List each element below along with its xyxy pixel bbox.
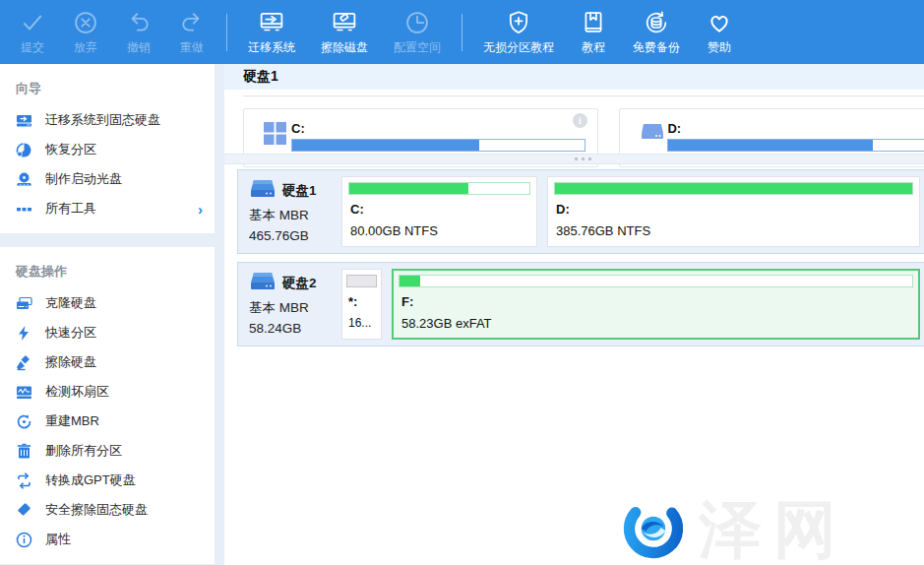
usage-fill bbox=[668, 140, 873, 151]
migrate-os-icon bbox=[257, 9, 286, 36]
cancel-circle-icon bbox=[72, 9, 99, 36]
partition-detail: 385.76GB NTFS bbox=[556, 223, 919, 238]
check-icon bbox=[19, 9, 46, 36]
sidebar-item-make-bootable-media[interactable]: 制作启动光盘 bbox=[0, 164, 215, 194]
pie-recover-icon bbox=[16, 142, 32, 158]
partition-detail: 58.23GB exFAT bbox=[401, 316, 918, 331]
sidebar-item-migrate-os-to-ssd[interactable]: 迁移系统到固态硬盘 bbox=[0, 105, 215, 135]
partition-assistant-window: 提交 放弃 撤销 重做 迁移系统 bbox=[0, 0, 924, 565]
eraser-icon bbox=[16, 502, 32, 519]
broom-icon bbox=[16, 354, 32, 371]
migrate-os-button[interactable]: 迁移系统 bbox=[235, 0, 308, 64]
sidebar-item-label: 擦除硬盘 bbox=[45, 353, 96, 371]
drive-arrow-icon bbox=[16, 112, 32, 129]
undo-button[interactable]: 撤销 bbox=[112, 0, 165, 64]
partition-strip: *: 16... F: 58.23GB exFAT bbox=[341, 269, 920, 340]
sidebar-item-label: 制作启动光盘 bbox=[45, 170, 122, 188]
usage-fill bbox=[400, 276, 420, 286]
disk-info[interactable]: 硬盘1 基本 MBR 465.76GB bbox=[249, 179, 341, 243]
disk-name: 硬盘2 bbox=[282, 275, 317, 292]
lossless-tutorial-button[interactable]: 无损分区教程 bbox=[470, 0, 567, 64]
toolbar-separator bbox=[226, 14, 227, 51]
sidebar-item-label: 快速分区 bbox=[45, 324, 96, 342]
sidebar-item-quick-partition[interactable]: 快速分区 bbox=[0, 318, 215, 347]
sidebar-item-properties[interactable]: 属性 bbox=[0, 525, 215, 554]
sidebar-item-delete-all-partitions[interactable]: 删除所有分区 bbox=[0, 436, 215, 466]
info-icon[interactable]: i bbox=[573, 113, 587, 128]
volume-overview: C: i D: i bbox=[243, 108, 924, 154]
partition-unallocated[interactable]: *: 16... bbox=[341, 269, 382, 340]
usage-fill bbox=[349, 183, 468, 194]
partition-letter: D: bbox=[556, 202, 919, 217]
splitter-dots-icon bbox=[575, 157, 591, 160]
disk-style: 基本 MBR bbox=[249, 299, 341, 317]
sidebar-item-label: 重建MBR bbox=[45, 412, 99, 430]
sidebar-section-disk-operations: 硬盘操作 克隆硬盘 快速分区 擦除硬盘 bbox=[0, 247, 215, 564]
windows-logo-icon bbox=[264, 122, 286, 149]
rebuild-refresh-icon bbox=[16, 413, 32, 430]
chevron-right-icon: › bbox=[198, 201, 203, 218]
sidebar-item-convert-to-gpt[interactable]: 转换成GPT硬盘 bbox=[0, 466, 215, 495]
usage-bar bbox=[399, 275, 913, 287]
wipe-disk-button[interactable]: 擦除磁盘 bbox=[308, 0, 381, 64]
disk-row-1: 硬盘1 基本 MBR 465.76GB C: 80.00GB NTFS bbox=[237, 169, 924, 254]
volume-letter: D: bbox=[667, 121, 681, 136]
sidebar-section-wizards: 向导 迁移系统到固态硬盘 恢复分区 制作启动光盘 bbox=[0, 64, 215, 233]
wipe-disk-icon bbox=[330, 9, 359, 36]
partition-f[interactable]: F: 58.23GB exFAT bbox=[392, 269, 920, 340]
hard-drive-icon bbox=[249, 272, 277, 295]
donate-button[interactable]: 赞助 bbox=[693, 0, 746, 64]
watermark: 泽网 bbox=[616, 487, 848, 565]
sidebar-item-label: 删除所有分区 bbox=[45, 442, 122, 460]
partition-letter: *: bbox=[348, 294, 381, 309]
book-icon bbox=[580, 9, 607, 36]
disk-style: 基本 MBR bbox=[249, 207, 341, 224]
partition-detail: 80.00GB NTFS bbox=[350, 223, 536, 238]
splitter-handle[interactable] bbox=[224, 154, 924, 164]
usage-bar bbox=[667, 139, 924, 152]
disk-name: 硬盘1 bbox=[282, 182, 317, 200]
sidebar-item-wipe-hard-drive[interactable]: 擦除硬盘 bbox=[0, 347, 215, 377]
partition-c[interactable]: C: 80.00GB NTFS bbox=[341, 176, 537, 247]
tutorial-button[interactable]: 教程 bbox=[567, 0, 620, 64]
watermark-logo-icon bbox=[616, 496, 691, 565]
sidebar-item-all-tools[interactable]: 所有工具 › bbox=[0, 194, 215, 223]
sidebar-item-rebuild-mbr[interactable]: 重建MBR bbox=[0, 407, 215, 436]
volume-letter: C: bbox=[291, 121, 305, 136]
sidebar-item-secure-erase-ssd[interactable]: 安全擦除固态硬盘 bbox=[0, 495, 215, 525]
free-backup-button[interactable]: 免费备份 bbox=[620, 0, 693, 64]
sidebar: 向导 迁移系统到固态硬盘 恢复分区 制作启动光盘 bbox=[0, 64, 224, 565]
redo-icon bbox=[178, 9, 206, 36]
lightning-icon bbox=[16, 325, 32, 342]
tab-disk1[interactable]: 硬盘1 bbox=[243, 68, 278, 86]
allocate-space-button[interactable]: 配置空间 bbox=[381, 0, 454, 64]
partition-letter: F: bbox=[401, 294, 918, 309]
toolbar-separator bbox=[462, 14, 462, 51]
discard-button[interactable]: 放弃 bbox=[59, 0, 112, 64]
disk-size: 58.24GB bbox=[249, 321, 341, 336]
ellipsis-icon bbox=[16, 201, 32, 218]
sidebar-item-disk-surface-test[interactable]: 检测坏扇区 bbox=[0, 377, 215, 407]
partition-strip: C: 80.00GB NTFS D: 385.76GB NTFS bbox=[341, 176, 920, 247]
backup-refresh-icon bbox=[643, 9, 670, 36]
usage-bar bbox=[346, 275, 377, 287]
undo-icon bbox=[125, 9, 153, 36]
sidebar-item-label: 检测坏扇区 bbox=[45, 383, 109, 401]
divider bbox=[243, 95, 924, 96]
usage-bar bbox=[554, 182, 913, 195]
clock-pie-icon bbox=[403, 9, 431, 36]
disk-size: 465.76GB bbox=[249, 228, 341, 243]
sidebar-item-recover-partition[interactable]: 恢复分区 bbox=[0, 135, 215, 164]
redo-button[interactable]: 重做 bbox=[165, 0, 218, 64]
surface-test-icon bbox=[16, 384, 32, 401]
section-title: 硬盘操作 bbox=[0, 253, 215, 288]
disk-row-2: 硬盘2 基本 MBR 58.24GB *: 16... F: 58.23GB e… bbox=[237, 262, 924, 346]
sidebar-item-label: 所有工具 bbox=[45, 200, 96, 218]
partition-d[interactable]: D: 385.76GB NTFS bbox=[547, 176, 920, 247]
sidebar-item-clone-disk[interactable]: 克隆硬盘 bbox=[0, 288, 215, 318]
watermark-text: 泽网 bbox=[699, 487, 848, 565]
bootable-disc-icon bbox=[16, 171, 32, 188]
commit-button[interactable]: 提交 bbox=[6, 0, 59, 64]
partition-detail: 16... bbox=[348, 316, 381, 330]
disk-info[interactable]: 硬盘2 基本 MBR 58.24GB bbox=[249, 272, 341, 336]
